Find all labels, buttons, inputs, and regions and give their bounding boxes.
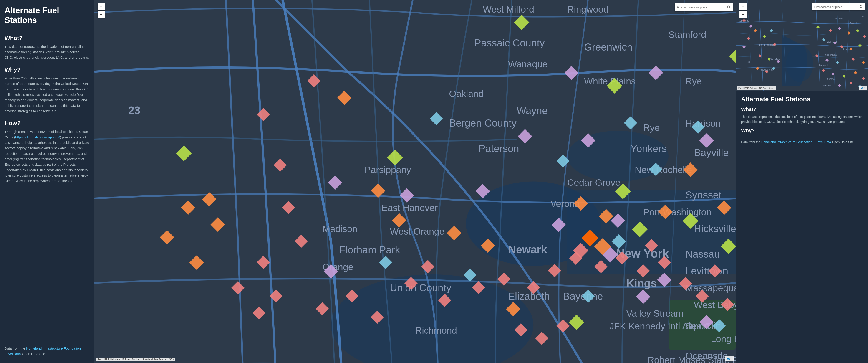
svg-text:JFK Kennedy Intl Airport: JFK Kennedy Intl Airport [609,321,710,331]
map-attribution: Esri, HERE, DeLorme, US Forest Service, … [96,358,175,361]
svg-text:Levittown: Levittown [685,265,728,276]
svg-text:Robert Moses State Park: Robert Moses State Park [647,355,736,363]
svg-text:Parsippany: Parsippany [365,164,411,175]
svg-text:Bayville: Bayville [694,147,728,158]
svg-line-146 [730,8,731,9]
svg-text:Kings: Kings [626,277,657,289]
data-source: Data from the Homeland Infrastructure Fo… [5,342,90,357]
right-map-svg: San Rafael Concord Antioch 4 San Francis… [736,0,868,91]
svg-text:Massapequa: Massapequa [685,283,736,293]
svg-text:Rye: Rye [685,76,702,87]
svg-text:Wayne: Wayne [517,105,548,116]
why-text: More than 250 million vehicles consume m… [5,75,90,114]
right-map-attribution: Esri, HERE, DeLorme, US Forest Serv... [738,87,776,90]
svg-text:West Orange: West Orange [390,226,444,237]
esri-logo: esri [725,356,734,361]
svg-text:Stamford: Stamford [669,29,706,40]
right-search-input[interactable] [812,3,858,10]
left-panel: Alternate Fuel Stations What? This datas… [0,0,94,363]
search-button[interactable] [725,3,733,11]
svg-text:35: 35 [747,61,750,63]
svg-text:Paterson: Paterson [478,143,519,154]
right-hifld-link[interactable]: Homeland Infrastructure Foundation – Lev… [761,140,831,144]
right-search-button[interactable] [858,3,865,10]
right-esri-logo: esri [859,86,867,90]
right-search-icon [860,5,863,8]
svg-text:West Milford: West Milford [483,4,534,14]
svg-text:Fremont: Fremont [819,64,828,66]
svg-text:Cedar Grove: Cedar Grove [567,177,621,188]
svg-text:Wanaque: Wanaque [508,59,548,69]
svg-text:Long Beach: Long Beach [711,334,736,344]
svg-text:Valley Stream: Valley Stream [626,308,683,319]
svg-text:Syosset: Syosset [685,189,721,201]
cleancities-link[interactable]: https://cleancities.energy.gov/ [15,135,60,139]
svg-text:Ringwood: Ringwood [567,4,609,14]
right-what-text: This dataset represents the locations of… [741,114,863,124]
what-text: This dataset represents the locations of… [5,44,90,60]
svg-text:Nassau: Nassau [685,248,720,260]
map-svg: Sloatsburg Rockland Chappaqua West Milfo… [94,0,736,363]
search-bar [675,3,733,11]
map-controls: + − [98,3,105,18]
svg-text:Florham Park: Florham Park [339,244,400,255]
svg-text:Yonkers: Yonkers [630,143,667,154]
zoom-in-button[interactable]: + [98,3,105,10]
svg-point-201 [860,5,862,7]
right-data-source: Data from the Homeland Infrastructure Fo… [741,136,863,145]
svg-text:Bergen County: Bergen County [449,117,517,129]
svg-text:New Rochelle: New Rochelle [635,164,692,175]
right-page-title: Alternate Fuel Stations [741,96,863,103]
how-text: Through a nationwide network of local co… [5,129,90,184]
svg-point-148 [786,46,813,82]
svg-text:Oakland: Oakland [449,89,484,99]
svg-text:Passaic County: Passaic County [474,37,545,49]
how-heading: How? [5,120,90,127]
right-zoom-in-button[interactable]: + [739,3,747,10]
svg-text:Sunny...: Sunny... [827,78,835,80]
svg-text:Antioch: Antioch [850,22,857,24]
svg-text:Rye: Rye [643,122,660,133]
right-search-bar [812,3,865,10]
svg-text:East Hanover: East Hanover [381,203,438,213]
page-title: Alternate Fuel Stations [5,5,90,25]
map-background: Sloatsburg Rockland Chappaqua West Milfo… [94,0,736,363]
svg-text:23: 23 [128,104,141,116]
right-map-controls: + − [739,3,747,18]
svg-point-145 [727,6,730,8]
what-heading: What? [5,35,90,42]
svg-text:Madison: Madison [322,224,358,234]
svg-text:San Mateo: San Mateo [770,58,781,61]
svg-text:Union County: Union County [390,282,452,293]
search-icon [727,5,731,9]
svg-text:Greenwich: Greenwich [584,41,632,53]
svg-text:Concord: Concord [834,17,842,20]
why-heading: Why? [5,66,90,73]
right-why-heading: Why? [741,128,863,133]
svg-text:Richmond: Richmond [415,325,457,336]
right-zoom-out-button[interactable]: − [739,11,747,18]
right-panel: San Rafael Concord Antioch 4 San Francis… [736,0,868,363]
svg-text:San Leandro: San Leandro [824,54,837,56]
right-content: Alternate Fuel Stations What? This datas… [736,91,868,363]
svg-text:Elizabeth: Elizabeth [508,291,550,302]
right-what-heading: What? [741,107,863,113]
svg-text:Hicksville: Hicksville [694,223,736,234]
right-map[interactable]: San Rafael Concord Antioch 4 San Francis… [736,0,868,91]
svg-text:Newark: Newark [508,243,547,255]
svg-text:Redwood City: Redwood City [759,68,773,71]
svg-text:San Jose: San Jose [823,85,832,87]
main-map[interactable]: Sloatsburg Rockland Chappaqua West Milfo… [94,0,736,363]
search-input[interactable] [675,3,725,11]
zoom-out-button[interactable]: − [98,11,105,18]
svg-text:4: 4 [862,15,864,18]
svg-line-202 [862,7,863,8]
svg-text:Port Washington: Port Washington [643,207,712,217]
